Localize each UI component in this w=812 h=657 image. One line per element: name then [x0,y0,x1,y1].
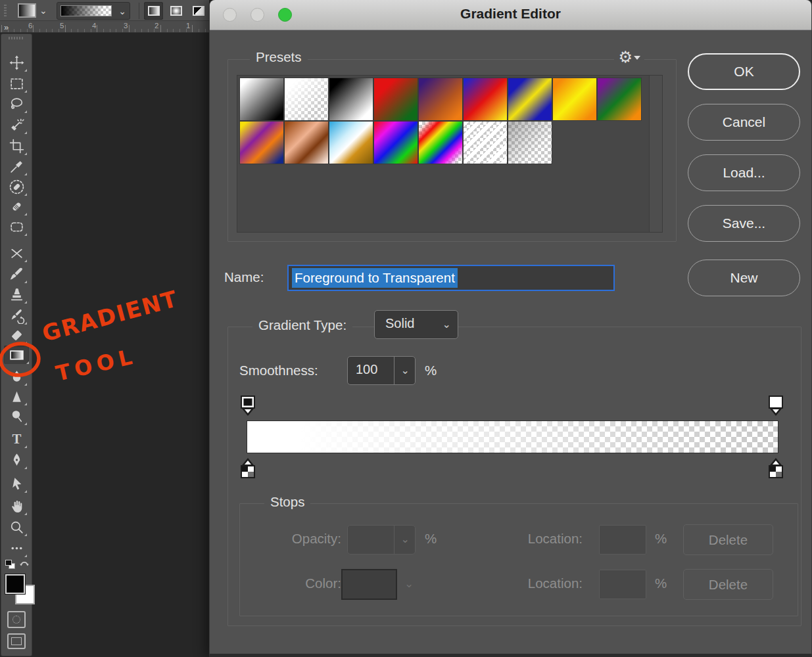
save-button[interactable]: Save... [688,205,800,242]
delete-color-stop-button[interactable]: Delete [683,569,773,600]
chevron-down-icon: ⌄ [401,533,410,545]
ok-button[interactable]: OK [688,53,800,90]
more-icon [9,540,25,556]
clone-stamp-tool[interactable] [6,285,27,304]
preset-blue-red-yellow[interactable] [464,78,507,120]
ruler-overflow-chevrons[interactable]: » [4,22,7,32]
more-tools[interactable] [6,539,27,557]
preset-copper[interactable] [285,122,328,164]
options-bar-grip[interactable] [4,5,7,17]
patch-icon [9,219,25,235]
eraser-icon [9,327,25,344]
preset-blue-yellow-blue[interactable] [508,78,552,120]
preset-spectrum[interactable] [374,122,418,164]
linear-gradient-button[interactable] [144,2,163,20]
opacity-combo[interactable]: ⌄ [347,525,416,555]
hand-tool[interactable] [6,497,27,515]
lasso-tool[interactable] [6,95,27,113]
move-icon [9,55,25,71]
ruler-number: 6 [28,22,32,30]
delete-opacity-stop-button[interactable]: Delete [683,524,773,555]
gear-icon: ⚙ [618,48,633,66]
smoothness-combo[interactable]: 100 ⌄ [347,356,416,385]
tools-panel-grip[interactable] [9,37,24,39]
preset-violet-to-orange[interactable] [419,78,462,120]
preset-neutral-density[interactable] [508,122,552,164]
blur-tool[interactable] [6,367,27,386]
opacity-stop-right[interactable] [767,396,784,416]
sharpen-icon [9,388,25,405]
gradient-tool-annotation: GRADIENT TOOL [0,276,210,414]
magic-wand-tool[interactable] [6,116,27,134]
rectangular-marquee-tool[interactable] [6,74,27,93]
patch-tool[interactable] [6,217,27,236]
presets-groupbox: Presets ⚙ [227,59,677,242]
pen-tool[interactable] [6,451,27,469]
color-location-field[interactable] [599,570,646,599]
preset-yellow-violet-orange-blue[interactable] [240,122,283,164]
gradient-type-select[interactable]: Solid ⌄ [374,310,458,339]
ruler-number: 3 [124,22,128,30]
screen-mode-button[interactable] [7,633,26,649]
color-location-percent: % [655,576,667,591]
preset-red-to-green[interactable] [374,78,418,120]
quick-mask-button[interactable] [7,611,26,628]
dialog-titlebar[interactable]: Gradient Editor [210,0,811,30]
crop-tool[interactable] [6,137,27,155]
tool-preset-swatch[interactable] [18,3,36,18]
color-stop-left-swatch [241,465,255,478]
new-button[interactable]: New [688,260,800,296]
radial-gradient-button[interactable] [166,2,185,20]
tool-preset-chevron-icon[interactable]: ⌄ [39,6,47,15]
dodge-tool[interactable] [6,407,27,425]
preset-violet-green-orange[interactable] [598,78,641,120]
preset-black-to-white[interactable] [329,78,373,120]
default-colors-icon[interactable] [5,560,16,570]
eyedropper-tool[interactable] [6,157,27,175]
presets-menu-button[interactable]: ⚙ [614,49,644,66]
opacity-stop-pointer [242,409,254,416]
presets-panel [237,75,663,233]
gradient-preview-bar[interactable] [247,421,778,453]
smoothness-value: 100 [356,362,377,377]
ruler-number: 2 [155,22,158,30]
gradient-picker-well[interactable]: ⌄ [57,2,130,20]
gradient-tool[interactable] [4,346,29,364]
type-tool[interactable]: T [6,430,27,448]
sharpen-tool[interactable] [6,387,27,405]
swap-colors-icon[interactable] [18,558,30,569]
reflected-gradient-button[interactable] [189,2,208,20]
opacity-location-field[interactable] [599,525,646,555]
color-stop-left[interactable] [239,458,256,478]
presets-scrollbar[interactable] [649,76,662,232]
color-label: Color: [272,576,341,591]
opacity-stop-left[interactable] [239,396,256,416]
color-stop-right[interactable] [767,458,784,478]
path-selection-tool[interactable] [6,474,27,493]
preset-foreground-to-background[interactable] [240,78,283,120]
healing-brush-tool[interactable] [6,197,27,215]
opacity-location-percent: % [655,531,667,547]
screen-mode-icon [11,637,22,645]
preset-transparent-stripes[interactable] [464,122,507,164]
preset-foreground-to-transparent[interactable] [285,78,328,120]
chevron-down-icon: ⌄ [404,577,414,591]
svg-text:T: T [12,431,21,447]
move-tool[interactable] [6,53,27,72]
content-aware-move-tool[interactable] [6,244,27,262]
opacity-stop-left-swatch [241,396,255,409]
preset-transparent-rainbow[interactable] [419,122,462,164]
preset-chrome[interactable] [329,122,373,164]
cancel-button[interactable]: Cancel [688,104,800,141]
combo-divider [394,526,394,554]
stop-color-swatch[interactable] [341,569,397,600]
gradient-name-input[interactable]: Foreground to Transparent [287,265,615,291]
preset-orange-yellow-orange[interactable] [553,78,596,120]
load-button[interactable]: Load... [688,154,800,191]
eraser-tool[interactable] [6,326,27,344]
history-brush-tool[interactable] [6,306,27,325]
foreground-color-swatch[interactable] [5,574,25,594]
spot-healing-brush-tool[interactable] [6,177,27,196]
brush-tool[interactable] [6,265,27,283]
zoom-tool[interactable] [6,518,27,536]
